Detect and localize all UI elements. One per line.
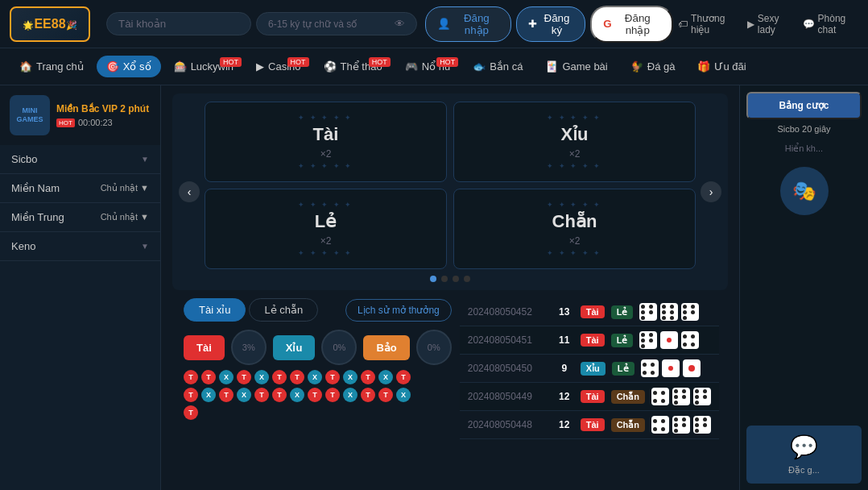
prev-arrow[interactable]: ‹ xyxy=(179,181,200,202)
bet-tabs: Tài xỉu Lẻ chẵn xyxy=(184,298,318,322)
avatar-icon: 🎭 xyxy=(792,180,816,202)
history-button[interactable]: Lịch sử mở thưởng xyxy=(345,299,452,322)
next-arrow[interactable]: › xyxy=(701,181,721,202)
sidebar-item-sicbo[interactable]: Sicbo ▼ xyxy=(0,145,160,173)
dice-4-1 xyxy=(651,388,669,405)
login-button[interactable]: 👤 Đăng nhập xyxy=(425,6,511,42)
nohu-icon: 🎮 xyxy=(405,60,418,73)
game-board: ‹ ✦ ✦ ✦ ✦ ✦ Tài ×2 ✦ ✦ ✦ ✦ ✦ ✦ ✦ ✦ ✦ ✦ X… xyxy=(161,85,739,455)
history-id-1: 202408050452 xyxy=(468,306,548,318)
home-icon: 🏠 xyxy=(19,60,32,73)
trail-dot-13: T xyxy=(396,370,411,384)
dice-2-2 xyxy=(660,331,678,349)
nav-link-phongchat[interactable]: 💬 Phòng chat xyxy=(803,13,858,35)
dice-icons-5 xyxy=(651,416,711,434)
trail-area: T T X T X T T X T X T X T T X xyxy=(184,365,425,425)
trail-dot-6: T xyxy=(272,370,287,384)
sidebar-item-keno[interactable]: Keno ▼ xyxy=(0,232,160,260)
trail-dot-24: T xyxy=(361,388,375,402)
trail-dot-4: T xyxy=(237,370,251,384)
bet-tai-button[interactable]: Tài xyxy=(184,335,225,360)
dice-5-1 xyxy=(651,416,669,434)
dot-4 xyxy=(464,276,470,282)
sidebar-section-miennam: Miền Nam Chủ nhật ▼ xyxy=(0,174,160,203)
history-tag-le-1: Lẻ xyxy=(611,305,634,319)
trail-dot-5: X xyxy=(254,370,269,384)
history-tag-chan-5: Chẵn xyxy=(611,418,645,432)
hot-badge-thethao: HOT xyxy=(369,57,391,67)
main-layout: MINIGAMES Miền Bắc VIP 2 phút HOT 00:00:… xyxy=(0,85,868,490)
content-area: ‹ ✦ ✦ ✦ ✦ ✦ Tài ×2 ✦ ✦ ✦ ✦ ✦ ✦ ✦ ✦ ✦ ✦ X… xyxy=(161,85,739,490)
history-id-2: 202408050451 xyxy=(468,334,548,346)
nav-casino[interactable]: ▶ Casino HOT xyxy=(246,56,310,77)
trail-dot-17: X xyxy=(237,388,251,402)
sidebar-game-title: Miền Bắc VIP 2 phút xyxy=(56,103,149,114)
uudai-icon: 🎁 xyxy=(697,60,710,73)
google-icon: G xyxy=(603,18,611,30)
history-row-2: 202408050451 11 Tài Lẻ xyxy=(460,326,719,355)
nav-banca[interactable]: 🐟 Bắn cá xyxy=(463,56,532,77)
trail-dot-16: T xyxy=(219,388,234,402)
luckywin-icon: 🎰 xyxy=(174,60,187,73)
nav-nohu[interactable]: 🎮 Nổ hũ HOT xyxy=(395,56,460,77)
dice-1-3 xyxy=(681,303,699,321)
dice-card-chan[interactable]: ✦ ✦ ✦ ✦ ✦ Chẵn ×2 ✦ ✦ ✦ ✦ ✦ xyxy=(453,189,696,269)
tab-lechan[interactable]: Lẻ chẵn xyxy=(249,298,318,322)
google-login-button[interactable]: G Đăng nhập xyxy=(590,6,673,43)
nav-uudai[interactable]: 🎁 Ưu đãi xyxy=(688,56,755,77)
trail-dot-1: T xyxy=(184,370,198,384)
dice-card-tai[interactable]: ✦ ✦ ✦ ✦ ✦ Tài ×2 ✦ ✦ ✦ ✦ ✦ xyxy=(205,102,447,182)
hot-badge-casino: HOT xyxy=(287,57,309,67)
nav-luckywin[interactable]: 🎰 Luckywin HOT xyxy=(164,56,243,77)
trail-dot-8: X xyxy=(308,370,322,384)
nav-link-sexylady[interactable]: ▶ Sexy lady xyxy=(747,13,793,35)
nav-thethao[interactable]: ⚽ Thể thao HOT xyxy=(314,56,392,77)
history-row-3: 202408050450 9 Xỉu Lẻ xyxy=(460,355,719,383)
dice-card-xiu[interactable]: ✦ ✦ ✦ ✦ ✦ Xỉu ×2 ✦ ✦ ✦ ✦ ✦ xyxy=(453,102,696,182)
trail-dot-26: X xyxy=(396,388,411,402)
navbar: 🏠 Trang chủ 🎯 Xổ số 🎰 Luckywin HOT ▶ Cas… xyxy=(0,48,868,85)
bet-bao-button[interactable]: Bảo xyxy=(363,335,409,360)
chevron-icon-sicbo: ▼ xyxy=(141,155,149,164)
bang-cuoc-button[interactable]: Bảng cược xyxy=(746,92,862,119)
dice-5-3 xyxy=(693,416,711,434)
trail-dot-21: T xyxy=(308,388,322,402)
dice-cards-grid: ✦ ✦ ✦ ✦ ✦ Tài ×2 ✦ ✦ ✦ ✦ ✦ ✦ ✦ ✦ ✦ ✦ Xỉu… xyxy=(180,102,720,269)
dice-cards-container: ‹ ✦ ✦ ✦ ✦ ✦ Tài ×2 ✦ ✦ ✦ ✦ ✦ ✦ ✦ ✦ ✦ ✦ X… xyxy=(172,93,728,290)
eye-icon: 👁 xyxy=(395,18,405,30)
dot-3 xyxy=(453,276,459,282)
nav-link-thuonghieu[interactable]: 🏷 Thương hiệu xyxy=(678,13,738,35)
nav-daga[interactable]: 🐓 Đá gà xyxy=(621,56,685,77)
nav-xoso[interactable]: 🎯 Xổ số xyxy=(97,56,161,77)
tab-taixiu[interactable]: Tài xỉu xyxy=(184,298,246,322)
trail-dot-19: T xyxy=(272,388,287,402)
bet-tab-row: Tài xỉu Lẻ chẵn Lịch sử mở thưởng xyxy=(184,298,452,322)
nav-gambai[interactable]: 🃏 Game bài xyxy=(535,56,617,77)
trail-dot-15: X xyxy=(201,388,216,402)
sicbo-timer-label: Sicbo 20 giây xyxy=(746,124,862,134)
sidebar-item-mientrung[interactable]: Miền Trung Chủ nhật ▼ xyxy=(0,203,160,231)
chat-panel: 💬 Đặc g... xyxy=(746,426,862,484)
dice-1-1 xyxy=(639,303,657,321)
nav-trangchu[interactable]: 🏠 Trang chủ xyxy=(10,56,93,77)
sidebar-item-miennam[interactable]: Miền Nam Chủ nhật ▼ xyxy=(0,174,160,202)
dice-icons-2 xyxy=(639,331,699,349)
trail-dot-18: T xyxy=(254,388,269,402)
history-tag-xiu-3: Xỉu xyxy=(581,362,606,376)
mientrung-sub: Chủ nhật ▼ xyxy=(101,212,149,222)
history-num-4: 12 xyxy=(555,391,574,402)
dot-2 xyxy=(441,276,448,282)
header-nav-links: 🏷 Thương hiệu ▶ Sexy lady 💬 Phòng chat xyxy=(678,13,858,35)
trail-dot-9: T xyxy=(325,370,340,384)
bottom-section: Tài xỉu Lẻ chẵn Lịch sử mở thưởng Tài 3%… xyxy=(172,298,728,447)
bet-xiu-button[interactable]: Xỉu xyxy=(273,335,316,360)
trail-dot-22: T xyxy=(325,388,340,402)
dice-card-le[interactable]: ✦ ✦ ✦ ✦ ✦ Lẻ ×2 ✦ ✦ ✦ ✦ ✦ xyxy=(205,189,447,269)
register-button[interactable]: ✚ Đăng ký xyxy=(516,6,585,42)
history-id-3: 202408050450 xyxy=(468,363,548,374)
dice-action-buttons: Tài 3% Xỉu 0% Bảo 0% xyxy=(184,330,452,365)
history-row-1: 202408050452 13 Tài Lẻ xyxy=(460,298,719,326)
username-input[interactable] xyxy=(106,12,251,35)
dice-icons-4 xyxy=(651,388,711,405)
password-field[interactable]: 6-15 ký tự chữ và số 👁 xyxy=(256,12,417,35)
